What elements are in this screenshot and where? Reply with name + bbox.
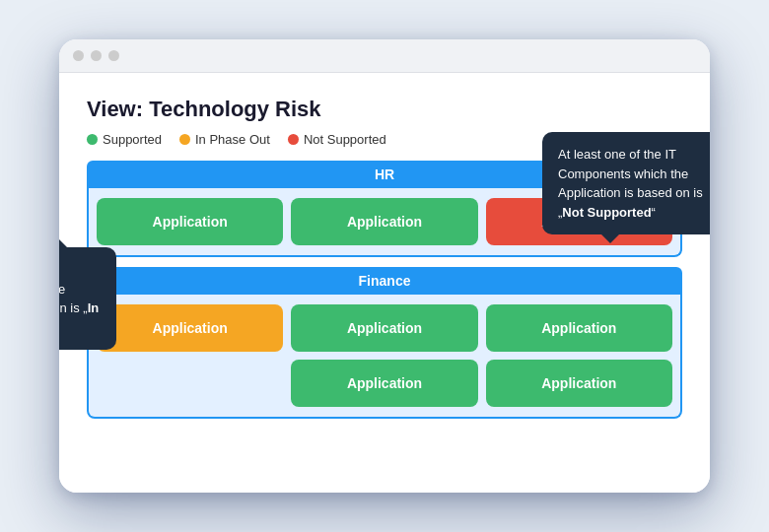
window-dot-2 xyxy=(91,50,102,61)
browser-window: At least one of the IT Components which … xyxy=(59,39,710,493)
app-card-hr-1[interactable]: Application xyxy=(97,198,283,245)
app-card-finance-4[interactable]: Application xyxy=(291,360,477,407)
tooltip-right-text: At least one of the IT Components which … xyxy=(558,147,703,220)
tooltip-left-highlight: In Phase Out xyxy=(59,300,99,335)
app-card-hr-2[interactable]: Application xyxy=(291,198,477,245)
tooltip-left-text: At least one of the IT Components which … xyxy=(59,262,99,335)
app-card-finance-empty xyxy=(97,360,283,407)
browser-body: At least one of the IT Components which … xyxy=(59,73,710,493)
legend-dot-orange xyxy=(179,134,190,145)
app-card-finance-2[interactable]: Application xyxy=(291,304,477,352)
app-card-finance-5[interactable]: Application xyxy=(486,360,672,407)
tooltip-in-phase-out: At least one of the IT Components which … xyxy=(59,247,116,350)
finance-section-header: Finance xyxy=(87,267,682,295)
finance-grid: Application Application Application Appl… xyxy=(87,295,682,419)
legend-not-supported-label: Not Supported xyxy=(304,132,386,147)
legend-not-supported: Not Supported xyxy=(288,132,386,147)
browser-titlebar xyxy=(59,39,710,73)
tooltip-right-highlight: Not Supported xyxy=(562,205,651,220)
window-dot-3 xyxy=(108,50,119,61)
legend-in-phase-out: In Phase Out xyxy=(179,132,270,147)
legend-supported-label: Supported xyxy=(103,132,162,147)
window-dot-1 xyxy=(73,50,84,61)
legend-supported: Supported xyxy=(87,132,162,147)
legend-in-phase-out-label: In Phase Out xyxy=(195,132,270,147)
tooltip-not-supported: At least one of the IT Components which … xyxy=(542,132,710,234)
app-card-finance-1[interactable]: Application xyxy=(97,304,283,352)
legend-dot-red xyxy=(288,134,299,145)
page-title: View: Technology Risk xyxy=(87,97,682,122)
app-card-finance-3[interactable]: Application xyxy=(486,304,672,352)
legend-dot-green xyxy=(87,134,98,145)
finance-section: Finance Application Application Applicat… xyxy=(87,267,682,419)
